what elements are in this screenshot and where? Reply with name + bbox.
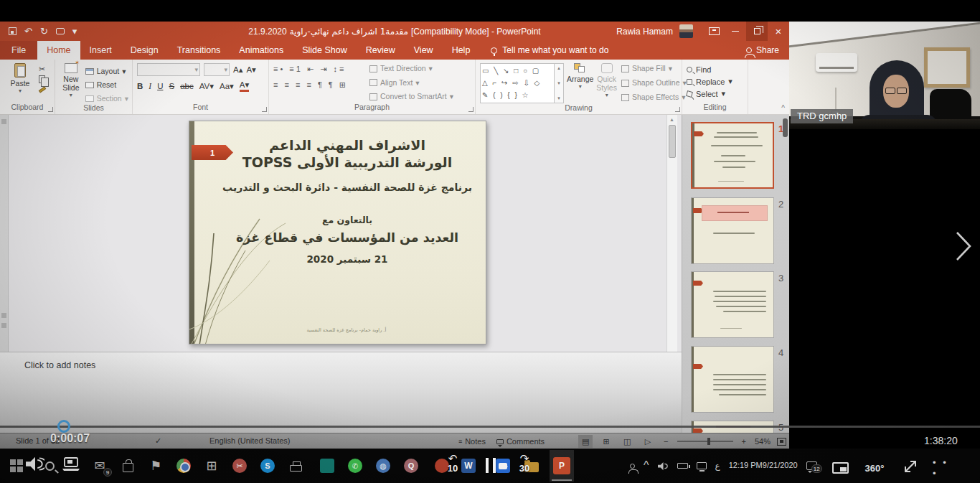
skip-forward-button[interactable]: ↷ 30 — [511, 454, 538, 474]
tab-review[interactable]: Review — [357, 41, 405, 60]
thumbnail-slide-2[interactable] — [691, 197, 774, 264]
italic-button[interactable]: I — [149, 82, 151, 90]
tab-help[interactable]: Help — [443, 41, 480, 60]
action-center-icon[interactable]: 12 — [806, 461, 817, 470]
globe-app-icon[interactable]: ◍ — [374, 456, 392, 475]
pinned-app-icon[interactable]: ⚑ — [146, 456, 165, 475]
zoom-in-button[interactable]: + — [740, 436, 748, 447]
find-button[interactable]: Find — [687, 65, 732, 74]
whatsapp-icon[interactable]: ✆ — [346, 456, 364, 475]
duo-app-icon[interactable] — [494, 456, 512, 475]
rotate-360-button[interactable]: 360° — [861, 459, 888, 477]
normal-view-button[interactable]: ▤ — [578, 435, 593, 448]
font-color-button[interactable]: A▾ — [240, 80, 249, 92]
shapes-gallery-scroll[interactable]: ▴▾▾ — [555, 63, 564, 103]
shape-fill-button[interactable]: Shape Fill▾ — [621, 64, 687, 73]
minimize-button[interactable] — [725, 22, 746, 41]
ribbon-display-options-button[interactable] — [703, 22, 725, 41]
shapes-gallery[interactable]: ▭ ╲ ↘ □ ○ ▢ △ ⌐ ↪ ⇨ ⇩ ◇ ✎ ( ) { } ☆ — [480, 63, 555, 103]
zoom-out-button[interactable]: − — [661, 436, 670, 447]
shrink-font-button[interactable]: A▾ — [246, 65, 255, 75]
thumbnail-scrollbar[interactable] — [783, 118, 788, 137]
seek-handle[interactable] — [57, 420, 70, 433]
more-options-button[interactable]: • • • — [933, 459, 957, 477]
powerpoint-taskbar-icon[interactable]: P — [550, 450, 574, 482]
close-button[interactable]: × — [768, 22, 789, 41]
shape-outline-button[interactable]: Shape Outline▾ — [621, 78, 687, 88]
scrollbar-thumb[interactable] — [669, 125, 676, 158]
skype-icon[interactable]: S — [258, 456, 277, 475]
tray-expand-icon[interactable]: ^ — [644, 459, 649, 472]
reset-button[interactable]: Reset — [85, 80, 128, 90]
people-icon[interactable] — [630, 464, 635, 469]
text-direction-button[interactable]: Text Direction▾ — [369, 64, 453, 73]
strikethrough-button[interactable]: S — [169, 82, 174, 90]
alignment-controls[interactable]: ≡ ≡ ≡ ≡ ¶ ¶ ⊞ — [273, 79, 365, 91]
player-volume-button[interactable] — [26, 454, 44, 473]
list-indent-controls[interactable]: ≡• ≡1 ⇤ ⇥ ↕≡ — [273, 63, 365, 75]
thumbnail-slide-4[interactable] — [691, 346, 774, 413]
zoom-level[interactable]: 54% — [755, 437, 771, 446]
tab-file[interactable]: File — [0, 41, 37, 60]
start-button[interactable] — [7, 456, 26, 475]
align-text-button[interactable]: Align Text▾ — [369, 78, 453, 88]
reading-view-button[interactable]: ◫ — [620, 435, 634, 448]
taskbar-clock[interactable]: 12:19 PM9/21/2020 — [729, 461, 798, 471]
chrome-icon[interactable] — [174, 456, 193, 475]
quick-styles-button[interactable]: Quick Styles ▾ — [596, 63, 617, 103]
restore-button[interactable] — [746, 22, 768, 41]
undo-icon[interactable]: ↶ — [24, 27, 32, 36]
select-button[interactable]: Select▾ — [687, 89, 732, 98]
seek-bar[interactable] — [0, 426, 980, 428]
dialog-launcher-icon[interactable] — [262, 107, 267, 112]
character-spacing-button[interactable]: AV▾ — [199, 81, 214, 91]
collapse-ribbon-button[interactable]: ^ — [781, 104, 785, 112]
fullscreen-button[interactable] — [901, 457, 920, 476]
tell-me-box[interactable]: Tell me what you want to do — [491, 41, 608, 60]
zoom-slider-handle[interactable] — [707, 438, 710, 445]
dialog-launcher-icon[interactable] — [468, 107, 473, 112]
account-name[interactable]: Rawia Hamam — [616, 27, 673, 37]
thumbnail-slide-3[interactable] — [691, 271, 774, 338]
font-size-combobox[interactable]: ▾ — [204, 63, 230, 76]
grow-font-button[interactable]: A▴ — [233, 65, 242, 75]
tab-insert[interactable]: Insert — [80, 41, 121, 60]
skip-back-button[interactable]: ↶ 10 — [439, 454, 466, 474]
teal-app-icon[interactable] — [318, 456, 336, 475]
dialog-launcher-icon[interactable] — [48, 107, 53, 112]
printer-app-icon[interactable] — [286, 456, 305, 475]
shape-effects-button[interactable]: Shape Effects▾ — [621, 93, 687, 102]
battery-icon[interactable] — [677, 463, 688, 469]
fit-slide-button[interactable] — [777, 438, 786, 446]
slide-editor[interactable]: 1 الاشراف المهني الداعم الورشة التدريبية… — [189, 121, 486, 344]
language-indicator[interactable]: English (United States) — [209, 436, 291, 445]
tab-slide-show[interactable]: Slide Show — [293, 41, 357, 60]
font-name-combobox[interactable]: ▾ — [137, 63, 200, 76]
underline-button[interactable]: U — [157, 82, 163, 90]
next-button[interactable] — [953, 230, 974, 263]
clear-formatting-button[interactable]: abc — [180, 82, 194, 90]
player-device-button[interactable] — [62, 455, 80, 474]
slide-sorter-view-button[interactable]: ⊞ — [599, 435, 613, 448]
format-painter-button[interactable] — [39, 86, 46, 93]
cut-button[interactable]: ✂ — [39, 65, 46, 73]
thumbnail-slide-1[interactable] — [691, 122, 774, 189]
avatar[interactable] — [679, 24, 693, 38]
convert-smartart-button[interactable]: Convert to SmartArt▾ — [369, 92, 453, 101]
media-app-icon[interactable]: Q — [402, 456, 420, 475]
customize-qat-icon[interactable]: ▾ — [72, 27, 77, 36]
spell-check-icon[interactable]: ✓ — [155, 436, 161, 446]
touch-mode-icon[interactable] — [56, 28, 65, 34]
vertical-scrollbar[interactable]: ▲ — [666, 115, 677, 352]
tab-design[interactable]: Design — [121, 41, 168, 60]
redo-icon[interactable]: ↻ — [40, 27, 48, 36]
share-button[interactable]: Share — [746, 41, 779, 60]
mail-app-icon[interactable]: ✉9 — [90, 456, 109, 475]
copy-button[interactable] — [39, 75, 45, 83]
new-slide-button[interactable]: New Slide ▾ — [60, 63, 83, 103]
volume-icon[interactable] — [658, 461, 669, 471]
dialog-launcher-icon[interactable] — [675, 107, 680, 112]
change-case-button[interactable]: Aa▾ — [220, 81, 234, 91]
pause-button[interactable] — [486, 458, 496, 473]
section-button[interactable]: Section▾ — [85, 93, 128, 103]
